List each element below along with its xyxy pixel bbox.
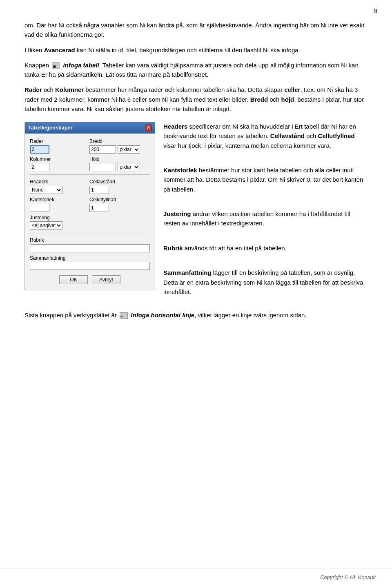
right-p1: Headers specificerar om Ni ska ha huvudd… [163, 122, 368, 150]
right-p2: Kantstorlek bestämmer hur stor kant hela… [163, 165, 368, 194]
justering-select[interactable]: <ej angivet> [30, 221, 62, 229]
last-paragraph: Sista knappen på verktygsfältet är Infog… [24, 310, 368, 320]
rader-input[interactable] [30, 145, 49, 154]
dialog-area: Tabellegenskaper ✕ Rader Bredd [24, 122, 368, 302]
tabellegenskaper-dialog: Tabellegenskaper ✕ Rader Bredd [24, 122, 155, 290]
cellutfyllnad-label: Cellutfyllnad [89, 196, 150, 204]
kantstorlek-label: Kantstorlek [30, 196, 87, 204]
cellavstand-input[interactable] [89, 186, 109, 194]
insert-line-icon [120, 312, 128, 319]
paragraph-3: Knappen infoga tabell. Tabeller kan vara… [24, 60, 368, 80]
dialog-buttons: OK Avbryt [30, 272, 150, 286]
headers-select[interactable]: None [30, 186, 62, 194]
dialog-title: Tabellegenskaper [28, 124, 73, 132]
paragraph-1: om. Där har Ni också några variabler som… [24, 20, 368, 40]
dialog-body: Rader Bredd pixlar [25, 134, 155, 290]
cellavstand-col: Cellavstånd [89, 178, 150, 194]
copyright-bar: Copyright © HL Konsult [0, 568, 392, 586]
hojd-col: Höjd pixlar [89, 156, 150, 172]
kolumner-hojd-row: Kolumner Höjd pixlar [30, 156, 150, 172]
paragraph-2: I fliken Avancerad kan Ni ställa in id, … [24, 45, 368, 55]
sammanfattning-input[interactable] [30, 262, 150, 270]
separator-2 [30, 233, 150, 233]
bredd-label: Bredd [89, 138, 150, 145]
hojd-input[interactable] [89, 163, 116, 171]
kolumner-label: Kolumner [30, 156, 87, 163]
justering-label: Justering [30, 214, 62, 222]
right-p4: Rubrik används för att ha en titel på ta… [163, 243, 368, 253]
bredd-input[interactable] [89, 145, 116, 154]
kantstorlek-col: Kantstorlek [30, 196, 87, 212]
headers-label: Headers [30, 178, 87, 186]
justering-row: Justering <ej angivet> [30, 214, 150, 230]
page-number: 9 [374, 7, 377, 14]
right-p5: Sammanfattning lägger till en beskrivnin… [163, 268, 368, 296]
cellavstand-label: Cellavstånd [89, 178, 150, 186]
dialog-close-button[interactable]: ✕ [145, 125, 151, 131]
hojd-unit-select[interactable]: pixlar [118, 163, 140, 171]
insert-table-icon [52, 62, 60, 69]
right-side-text: Headers specificerar om Ni ska ha huvudd… [163, 122, 368, 302]
bredd-unit-select[interactable]: pixlar [118, 145, 140, 154]
rader-col: Rader [30, 138, 87, 154]
sammanfattning-label: Sammanfattning [30, 254, 150, 262]
kolumner-col: Kolumner [30, 156, 87, 172]
ok-button[interactable]: OK [59, 275, 88, 284]
dialog-titlebar: Tabellegenskaper ✕ [25, 122, 155, 134]
cellutfyllnad-input[interactable] [89, 204, 109, 212]
headers-col: Headers None [30, 178, 87, 194]
right-p3: Justering ändrar vilken position tabelle… [163, 209, 368, 228]
cellutfyllnad-col: Cellutfyllnad [89, 196, 150, 212]
kantstorlek-input[interactable] [30, 204, 49, 212]
rubrik-input[interactable] [30, 244, 150, 252]
bredd-col: Bredd pixlar [89, 138, 150, 154]
rubrik-label: Rubrik [30, 236, 150, 244]
rader-label: Rader [30, 138, 87, 145]
copyright-text: Copyright © HL Konsult [320, 574, 376, 580]
kantstorlek-cellutfyllnad-row: Kantstorlek Cellutfyllnad [30, 196, 150, 212]
paragraph-4: Rader och Kolumner bestämmer hur många r… [24, 85, 368, 114]
page-content: om. Där har Ni också några variabler som… [0, 0, 392, 350]
avbryt-button[interactable]: Avbryt [92, 275, 120, 284]
headers-cellavstand-row: Headers None Cellavstånd [30, 178, 150, 194]
separator-1 [30, 174, 150, 175]
rader-bredd-row: Rader Bredd pixlar [30, 138, 150, 154]
hojd-label: Höjd [89, 156, 150, 163]
kolumner-input[interactable] [30, 163, 49, 171]
